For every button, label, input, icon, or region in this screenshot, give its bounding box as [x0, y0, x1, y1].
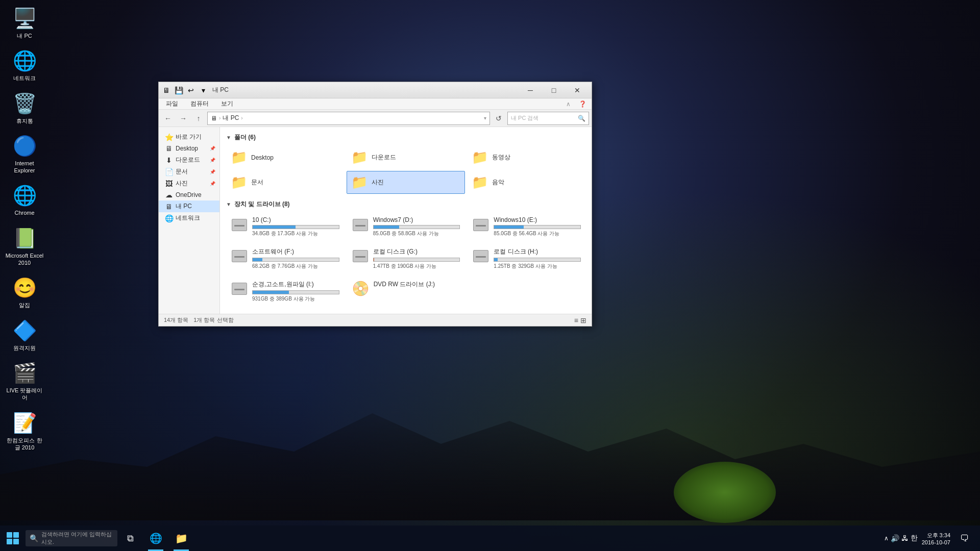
sidebar-item-pictures[interactable]: 🖼 사진 📌 [159, 178, 219, 189]
forward-button[interactable]: → [177, 112, 190, 125]
drive-bar-drive-f [253, 258, 262, 261]
address-root-icon: 🖥 [211, 115, 217, 122]
taskbar-explorer[interactable]: 📁 [168, 525, 194, 551]
menu-computer[interactable]: 컴퓨터 [188, 98, 211, 109]
desktop-icon-img-my-pc: 🖥️ [12, 6, 37, 31]
maximize-button[interactable]: □ [542, 82, 566, 98]
taskbar-chrome[interactable]: 🌐 [143, 525, 168, 551]
drive-bar-container-drive-h [494, 258, 581, 262]
drive-item-drive-h[interactable]: 로컬 디스크 (H:) 1.25TB 중 329GB 사용 가능 [468, 244, 585, 273]
desktop-icon-label-chrome: Chrome [14, 209, 34, 216]
desktop-icon-support[interactable]: 🔷 원격지원 [4, 318, 45, 352]
folder-item-pictures-folder[interactable]: 📁 사진 [347, 171, 465, 194]
folder-grid: 📁 Desktop 📁 다운로드 📁 동영상 📁 문서 📁 사진 📁 음악 [226, 146, 585, 194]
customize-icon[interactable]: ▾ [198, 85, 208, 95]
sidebar-item-onedrive[interactable]: ☁ OneDrive [159, 189, 219, 201]
sidebar-item-desktop[interactable]: 🖥 Desktop 📌 [159, 143, 219, 154]
drive-item-drive-e[interactable]: Windows10 (E:) 85.0GB 중 56.4GB 사용 가능 [468, 213, 585, 241]
folder-item-videos-folder[interactable]: 📁 동영상 [467, 146, 585, 169]
minimize-button[interactable]: ─ [519, 82, 542, 98]
view-controls: ≡ ⊞ [574, 316, 586, 324]
drives-collapse-icon[interactable]: ▼ [226, 202, 231, 207]
drive-item-drive-j[interactable]: 📀 DVD RW 드라이브 (J:) [347, 277, 465, 306]
taskbar-search[interactable]: 🔍 검색하려면 여기에 입력하십시오. [26, 530, 117, 546]
drive-item-drive-c[interactable]: 10 (C:) 34.8GB 중 17.3GB 사용 가능 [226, 213, 344, 241]
help-button[interactable]: ❓ [579, 101, 586, 108]
taskview-button[interactable]: ⧉ [117, 525, 143, 551]
details-view-button[interactable]: ≡ [574, 316, 578, 324]
systray-network[interactable]: 🖧 [901, 534, 909, 542]
folder-item-music-folder[interactable]: 📁 음악 [467, 171, 585, 194]
sidebar-item-downloads[interactable]: ⬇ 다운로드 📌 [159, 154, 219, 166]
desktop-icon-chrome[interactable]: 🌐 Chrome [4, 183, 45, 216]
folder-item-downloads-folder[interactable]: 📁 다운로드 [347, 146, 465, 169]
close-button[interactable]: ✕ [566, 82, 589, 98]
taskbar-clock[interactable]: 오후 3:34 2016-10-07 [922, 532, 950, 545]
drive-item-drive-d[interactable]: Windows7 (D:) 85.0GB 중 58.8GB 사용 가능 [347, 213, 465, 241]
drive-item-drive-f[interactable]: 소프트웨어 (F:) 68.2GB 중 7.76GB 사용 가능 [226, 244, 344, 273]
explorer-window: 🖥 💾 ↩ ▾ 내 PC ─ □ ✕ 파일 컴퓨터 보기 ∧ ❓ ← → ↑ 🖥… [158, 82, 592, 327]
drive-info-drive-j: DVD RW 드라이브 (J:) [374, 280, 460, 290]
up-button[interactable]: ↑ [192, 112, 205, 125]
drive-bar-drive-c [253, 226, 296, 229]
notification-button[interactable]: 🗨 [954, 525, 975, 551]
tiles-view-button[interactable]: ⊞ [580, 316, 586, 324]
sidebar-item-network[interactable]: 🌐 네트워크 [159, 212, 219, 224]
quick-save-icon[interactable]: 💾 [174, 85, 184, 95]
desktop-icon-img-recycle: 🗑️ [12, 91, 37, 116]
desktop-icon-excel-2010[interactable]: 📗 Microsoft Excel 2010 [4, 226, 45, 267]
desktop-icon-label-hanoffice: 한컴오피스 한글 2010 [4, 437, 45, 452]
folder-item-documents-folder[interactable]: 📁 문서 [226, 171, 345, 194]
taskbar-right: ∧ 🔊 🖧 한 오후 3:34 2016-10-07 🗨 [884, 525, 980, 551]
systray: ∧ 🔊 🖧 한 [884, 534, 918, 543]
desktop-icon-recycle[interactable]: 🗑️ 휴지통 [4, 91, 45, 124]
drive-name-drive-c: 10 (C:) [252, 216, 339, 223]
desktop-icon-img-live-palette: 🎬 [12, 361, 37, 385]
drive-bar-container-drive-i [252, 290, 339, 294]
drive-info-drive-i: 순경,고소트,원파일 (I:) 931GB 중 389GB 사용 가능 [252, 280, 339, 303]
desktop-icon-network[interactable]: 🌐 네트워크 [4, 48, 45, 82]
undo-icon[interactable]: ↩ [186, 85, 196, 95]
menu-view[interactable]: 보기 [219, 98, 235, 109]
desktop-icon-img-hanoffice: 📝 [12, 411, 37, 435]
title-bar: 🖥 💾 ↩ ▾ 내 PC ─ □ ✕ [159, 82, 592, 98]
pin-icon2: 📌 [210, 158, 215, 163]
address-dropdown-arrow[interactable]: ▾ [484, 115, 486, 121]
drive-item-drive-i[interactable]: 순경,고소트,원파일 (I:) 931GB 중 389GB 사용 가능 [226, 277, 344, 306]
sidebar-item-quickaccess[interactable]: ⭐ 바로 가기 [159, 131, 219, 143]
systray-expand[interactable]: ∧ [884, 535, 889, 542]
drive-item-drive-g[interactable]: 로컬 디스크 (G:) 1.47TB 중 190GB 사용 가능 [347, 244, 465, 273]
refresh-button[interactable]: ↺ [492, 112, 505, 125]
folders-collapse-icon[interactable]: ▼ [226, 135, 231, 140]
start-button[interactable] [0, 525, 26, 551]
desktop-icon-hanoffice[interactable]: 📝 한컴오피스 한글 2010 [4, 411, 45, 452]
ribbon-collapse[interactable]: ∧ [566, 101, 571, 108]
drive-bar-container-drive-f [252, 258, 339, 262]
search-bar[interactable]: 내 PC 검색 🔍 [507, 112, 589, 125]
address-segment[interactable]: 내 PC [223, 114, 239, 122]
desktop-icon-my-pc[interactable]: 🖥️ 내 PC [4, 6, 45, 39]
sidebar-item-mypc[interactable]: 🖥 내 PC [159, 201, 219, 212]
folder-icon-videos-folder: 📁 [472, 149, 488, 165]
systray-lang[interactable]: 한 [911, 534, 918, 543]
desktop-icon-internet-explorer[interactable]: 🔵 Internet Explorer [4, 134, 45, 174]
desktop-icon-live-palette[interactable]: 🎬 LIVE 팟플레이어 [4, 361, 45, 402]
menu-file[interactable]: 파일 [164, 98, 180, 109]
drive-size-drive-g: 1.47TB 중 190GB 사용 가능 [373, 263, 460, 270]
address-bar[interactable]: 🖥 › 내 PC › ▾ [207, 112, 490, 125]
desktop-icon-img-network: 🌐 [12, 48, 37, 73]
search-icon[interactable]: 🔍 [578, 115, 585, 122]
content-area: ⭐ 바로 가기 🖥 Desktop 📌 ⬇ 다운로드 📌 📄 문서 📌 🖼 사진 [159, 127, 592, 314]
tent-area [674, 462, 776, 523]
back-button[interactable]: ← [161, 112, 175, 125]
sidebar-downloads-label: 다운로드 [176, 156, 200, 164]
drive-bar-container-drive-e [494, 225, 581, 229]
folder-name-videos-folder: 동영상 [492, 153, 510, 162]
windows-logo [7, 532, 19, 544]
folder-item-desktop-folder[interactable]: 📁 Desktop [226, 146, 345, 169]
drive-info-drive-h: 로컬 디스크 (H:) 1.25TB 중 329GB 사용 가능 [494, 247, 581, 270]
sidebar-item-documents[interactable]: 📄 문서 📌 [159, 166, 219, 178]
desktop-icon-face-icon[interactable]: 😊 알집 [4, 276, 45, 309]
drive-name-drive-d: Windows7 (D:) [373, 216, 460, 223]
systray-sound[interactable]: 🔊 [891, 534, 899, 542]
